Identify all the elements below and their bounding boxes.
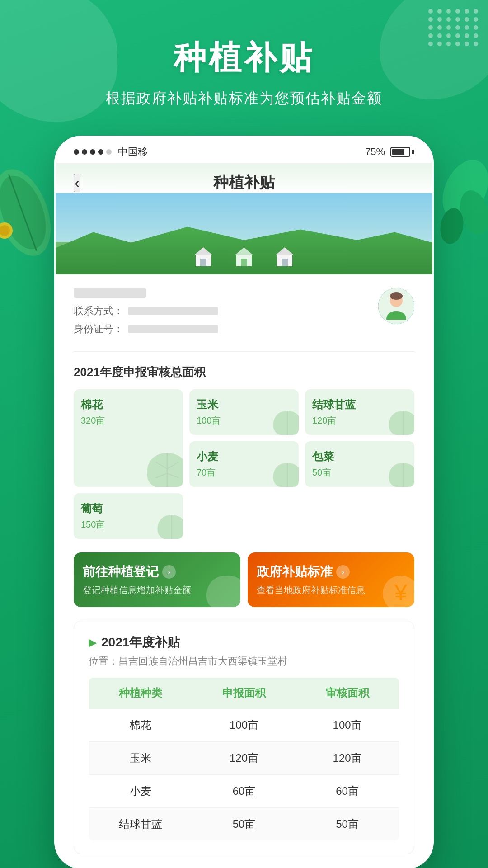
subsidy-standard-button[interactable]: 政府补贴标准 › 查看当地政府补贴标准信息 ¥ <box>248 552 414 607</box>
table-row: 小麦60亩60亩 <box>89 775 399 808</box>
house-icon-3 <box>273 245 296 268</box>
hero-image <box>56 193 432 274</box>
id-row: 身份证号： <box>74 322 378 336</box>
table-cell-1-0: 玉米 <box>89 742 192 775</box>
crop-card-wheat: 小麦 70亩 <box>189 441 299 487</box>
subsidy-header: ▶ 2021年度补贴 <box>89 634 399 651</box>
svg-marker-12 <box>235 247 253 255</box>
subsidy-title: 2021年度补贴 <box>101 634 180 651</box>
subsidy-table-body: 棉花100亩100亩玉米120亩120亩小麦60亩60亩结球甘蓝50亩50亩 <box>89 709 399 841</box>
table-header-reviewed: 审核面积 <box>296 678 399 709</box>
crop-card-grape: 葡萄 150亩 <box>74 493 183 539</box>
user-avatar <box>378 288 414 324</box>
signal-dot-5 <box>106 149 112 155</box>
hero-sky <box>56 193 432 242</box>
crop-card-cabbage: 结球甘蓝 120亩 <box>305 389 414 435</box>
contact-label: 联系方式： <box>74 304 123 318</box>
table-cell-2-1: 60亩 <box>192 775 296 808</box>
crop-leaf-icon-pakchoi <box>387 460 414 487</box>
table-cell-1-2: 120亩 <box>296 742 399 775</box>
register-bg-icon <box>204 571 240 607</box>
house-icon-1 <box>192 245 215 268</box>
signal-dot-4 <box>98 149 103 155</box>
svg-rect-13 <box>241 259 247 266</box>
subsidy-bg-icon: ¥ <box>378 571 414 607</box>
crop-leaf-icon-cotton <box>145 448 183 487</box>
signal-dot-3 <box>90 149 95 155</box>
crop-grid: 棉花 320亩 玉米 100亩 <box>74 389 414 539</box>
sub-title: 根据政府补贴补贴标准为您预估补贴金额 <box>106 89 382 108</box>
table-cell-0-2: 100亩 <box>296 709 399 742</box>
avatar-svg <box>378 288 414 324</box>
contact-value-blurred <box>128 307 218 315</box>
svg-rect-10 <box>200 259 206 266</box>
battery-percent: 75% <box>365 146 385 158</box>
table-row: 结球甘蓝50亩50亩 <box>89 808 399 841</box>
status-right: 75% <box>365 146 414 158</box>
crop-leaf-icon-cabbage <box>387 408 414 435</box>
signal-dot-1 <box>74 149 79 155</box>
crop-card-pakchoi: 包菜 50亩 <box>305 441 414 487</box>
svg-marker-9 <box>194 247 212 255</box>
crop-leaf-icon-wheat <box>272 460 299 487</box>
hero-houses <box>192 245 296 268</box>
table-header-reported: 申报面积 <box>192 678 296 709</box>
crop-area-cotton: 320亩 <box>81 415 176 427</box>
table-row: 棉花100亩100亩 <box>89 709 399 742</box>
page-content: 种植补贴 根据政府补贴补贴标准为您预估补贴金额 中国移 75% <box>0 0 488 868</box>
subsidy-location: 位置：昌吉回族自治州昌吉市大西渠镇玉堂村 <box>89 655 399 668</box>
subsidy-table: 种植种类 申报面积 审核面积 棉花100亩100亩玉米120亩120亩小麦60亩… <box>89 677 399 841</box>
register-arrow-icon: › <box>162 565 176 579</box>
table-cell-2-2: 60亩 <box>296 775 399 808</box>
go-register-button[interactable]: 前往种植登记 › 登记种植信息增加补贴金额 <box>74 552 240 607</box>
status-left: 中国移 <box>74 145 148 159</box>
back-button[interactable]: ‹ <box>74 174 80 192</box>
id-label: 身份证号： <box>74 322 123 336</box>
phone-mockup: 中国移 75% ‹ 种植补贴 <box>54 136 434 868</box>
table-cell-0-1: 100亩 <box>192 709 296 742</box>
status-bar: 中国移 75% <box>56 137 432 163</box>
table-cell-3-1: 50亩 <box>192 808 296 841</box>
app-header: ‹ 种植补贴 <box>56 163 432 193</box>
app-header-title: 种植补贴 <box>213 172 275 193</box>
user-name-blurred <box>74 288 146 298</box>
house-icon-2 <box>233 245 255 268</box>
table-cell-1-1: 120亩 <box>192 742 296 775</box>
action-buttons: 前往种植登记 › 登记种植信息增加补贴金额 政府补贴标准 › 查看当地政府补贴标… <box>74 552 414 607</box>
svg-point-19 <box>390 292 403 300</box>
crop-name-cotton: 棉花 <box>81 397 176 412</box>
contact-row: 联系方式： <box>74 304 378 318</box>
table-cell-3-0: 结球甘蓝 <box>89 808 192 841</box>
crop-leaf-icon-grape <box>156 512 183 539</box>
user-info-section: 联系方式： 身份证号： <box>74 288 414 352</box>
table-cell-3-2: 50亩 <box>296 808 399 841</box>
table-header-row: 种植种类 申报面积 审核面积 <box>89 678 399 709</box>
crop-card-corn: 玉米 100亩 <box>189 389 299 435</box>
svg-marker-15 <box>276 247 294 255</box>
subsidy-section: ▶ 2021年度补贴 位置：昌吉回族自治州昌吉市大西渠镇玉堂村 种植种类 申报面… <box>74 621 414 854</box>
carrier-name: 中国移 <box>118 145 148 159</box>
svg-rect-16 <box>282 259 288 266</box>
battery-icon <box>390 147 414 157</box>
crop-card-cotton: 棉花 320亩 <box>74 389 183 487</box>
svg-text:¥: ¥ <box>394 580 407 605</box>
crop-leaf-icon-corn <box>272 408 299 435</box>
table-row: 玉米120亩120亩 <box>89 742 399 775</box>
main-title: 种植补贴 <box>174 36 314 80</box>
table-cell-2-0: 小麦 <box>89 775 192 808</box>
signal-dot-2 <box>82 149 87 155</box>
user-info-left: 联系方式： 身份证号： <box>74 288 378 340</box>
area-summary-title: 2021年度申报审核总面积 <box>74 364 414 380</box>
table-cell-0-0: 棉花 <box>89 709 192 742</box>
subsidy-arrow-decoration: ▶ <box>89 636 97 649</box>
id-value-blurred <box>128 325 218 333</box>
main-card: 联系方式： 身份证号： <box>56 274 432 868</box>
subsidy-arrow-icon: › <box>336 565 350 579</box>
table-header-crop: 种植种类 <box>89 678 192 709</box>
